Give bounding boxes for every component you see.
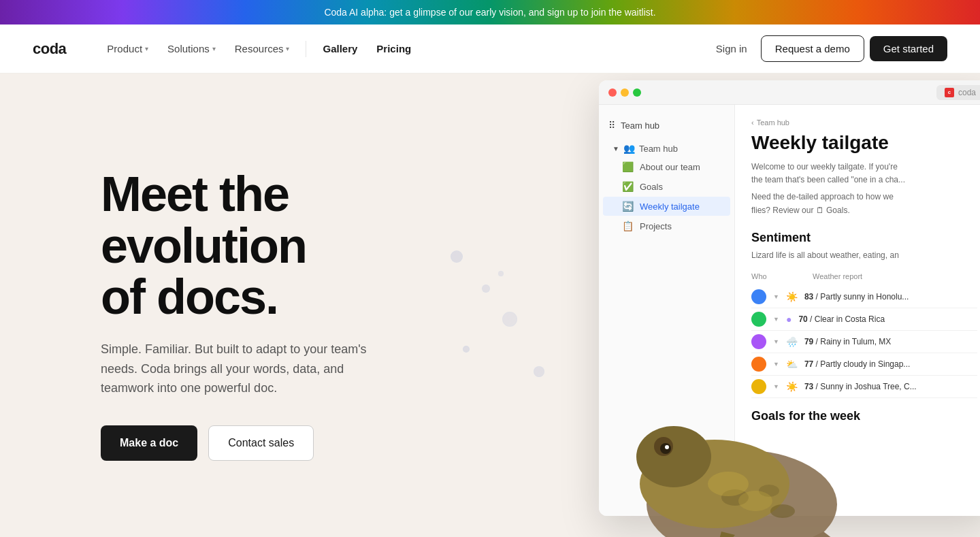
chevron-down-icon: ▾ — [212, 45, 216, 52]
table-row: ▼ 🌧️ 79 / Rainy in Tulum, MX — [751, 331, 977, 353]
hero-text: Meet the evolution of docs. Simple. Fami… — [101, 128, 482, 461]
table-row: ▼ ☀️ 73 / Sunny in Joshua Tree, C... — [751, 376, 977, 398]
announcement-banner: Coda AI alpha: get a glimpse of our earl… — [0, 0, 980, 25]
chevron-icon: ▼ — [612, 145, 619, 152]
chevron-down-icon: ▼ — [773, 293, 779, 300]
hero-subtitle: Simple. Familiar. But built to adapt to … — [101, 340, 400, 398]
window-titlebar: c coda — [599, 80, 980, 105]
avatar — [751, 289, 766, 304]
weather-icon: ⛅ — [786, 359, 798, 370]
doc-title: Weekly tailgate — [751, 132, 977, 154]
chevron-down-icon: ▾ — [145, 45, 148, 52]
projects-icon: 📋 — [622, 221, 634, 231]
nav-gallery[interactable]: Gallery — [314, 37, 365, 60]
logo[interactable]: coda — [33, 40, 66, 58]
coda-icon: c — [945, 88, 954, 97]
table-row: ▼ ☀️ 83 / Partly sunny in Honolu... — [751, 286, 977, 308]
weather-table: ▼ ☀️ 83 / Partly sunny in Honolu... ▼ ● … — [751, 286, 977, 398]
window-body: ⠿ Team hub ▼ 👥 Team hub 🟩 About our team… — [599, 105, 980, 516]
avatar — [751, 334, 766, 349]
contact-sales-button[interactable]: Contact sales — [208, 425, 314, 461]
nav-links: Product ▾ Solutions ▾ Resources ▾ Galler… — [99, 37, 707, 60]
sentiment-subtitle: Lizard life is all about weather, eating… — [751, 250, 977, 260]
avatar — [751, 357, 766, 372]
weather-icon: ☀️ — [786, 381, 798, 392]
sentiment-title: Sentiment — [751, 231, 977, 245]
avatar — [751, 379, 766, 394]
nav-resources[interactable]: Resources ▾ — [227, 37, 298, 60]
nav-divider — [306, 41, 306, 57]
grid-icon: ⠿ — [608, 120, 615, 131]
sidebar-item-goals[interactable]: ✅ Goals — [603, 177, 730, 196]
app-sidebar: ⠿ Team hub ▼ 👥 Team hub 🟩 About our team… — [599, 105, 735, 516]
hero-buttons: Make a doc Contact sales — [101, 425, 482, 461]
goals-icon: ✅ — [622, 181, 634, 192]
chevron-down-icon: ▼ — [773, 338, 779, 345]
about-icon: 🟩 — [622, 161, 634, 172]
bubble-decoration — [502, 312, 517, 327]
sidebar-item-weekly[interactable]: 🔄 Weekly tailgate — [603, 197, 730, 216]
get-started-button[interactable]: Get started — [870, 36, 947, 61]
make-doc-button[interactable]: Make a doc — [101, 425, 197, 461]
table-row: ▼ ⛅ 77 / Partly cloudy in Singap... — [751, 353, 977, 376]
window-minimize-dot — [621, 88, 629, 97]
weather-icon: 🌧️ — [786, 336, 798, 347]
bubble-decoration — [482, 284, 490, 293]
nav-right: Sign in Request a demo Get started — [708, 35, 947, 62]
weekly-icon: 🔄 — [622, 201, 634, 212]
bubble-decoration — [534, 366, 544, 377]
nav-pricing[interactable]: Pricing — [368, 37, 419, 60]
banner-text: Coda AI alpha: get a glimpse of our earl… — [324, 7, 655, 18]
chevron-down-icon: ▼ — [773, 383, 779, 390]
window-close-dot — [608, 88, 617, 97]
table-row: ▼ ● 70 / Clear in Costa Rica — [751, 308, 977, 331]
table-header: Who Weather report — [751, 270, 977, 286]
sidebar-item-about[interactable]: 🟩 About our team — [603, 157, 730, 176]
chevron-left-icon: ‹ — [751, 118, 754, 127]
chevron-down-icon: ▼ — [773, 316, 779, 323]
main-nav: coda Product ▾ Solutions ▾ Resources ▾ G… — [0, 25, 980, 74]
chevron-down-icon: ▾ — [286, 45, 289, 52]
sign-in-link[interactable]: Sign in — [708, 37, 755, 60]
weather-icon: ☀️ — [786, 291, 798, 302]
request-demo-button[interactable]: Request a demo — [761, 35, 864, 62]
bubble-decoration — [498, 271, 504, 276]
doc-intro: Welcome to our weekly tailgate. If you'r… — [751, 161, 977, 217]
sidebar-section: ⠿ Team hub — [599, 116, 734, 135]
weather-icon: ● — [786, 314, 791, 325]
doc-content: ‹ Team hub Weekly tailgate Welcome to ou… — [735, 105, 980, 516]
avatar — [751, 312, 766, 327]
nav-solutions[interactable]: Solutions ▾ — [159, 37, 224, 60]
sidebar-item-projects[interactable]: 📋 Projects — [603, 216, 730, 235]
hero-section: Meet the evolution of docs. Simple. Fami… — [0, 74, 980, 537]
goals-section-title: Goals for the week — [751, 409, 977, 423]
window-maximize-dot — [633, 88, 641, 97]
hero-title: Meet the evolution of docs. — [101, 169, 482, 323]
window-search-bar: c coda — [936, 85, 980, 100]
nav-product[interactable]: Product ▾ — [99, 37, 157, 60]
chevron-down-icon: ▼ — [773, 361, 779, 368]
app-window-preview: c coda ⠿ Team hub ▼ 👥 Team hub � — [599, 80, 980, 516]
